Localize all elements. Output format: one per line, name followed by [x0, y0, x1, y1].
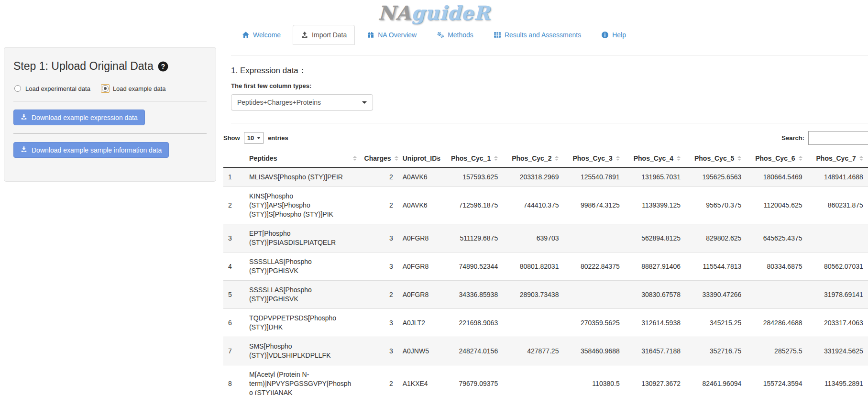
step1-panel: Step 1: Upload Original Data ? Load expe… [4, 47, 216, 182]
table-row: 7SMS[Phospho (STY)]VDLSHIPLKDPLLFK3A0JNW… [223, 337, 868, 365]
column-header-phos_cyc_4[interactable]: Phos_Cyc_4 [625, 150, 685, 167]
sort-icon [494, 156, 498, 161]
column-header-uniprot_ids[interactable]: Uniprot_IDs [398, 150, 442, 167]
phos-cyc-value-cell: 998674.3125 [563, 187, 624, 224]
phos-cyc-value-cell: 645625.4375 [746, 224, 807, 252]
download-example-expression-data-button[interactable]: Download example expression data [13, 110, 145, 125]
phos-cyc-value-cell: 829802.625 [685, 224, 746, 252]
phos-cyc-value-cell [503, 365, 563, 395]
column-header-phos_cyc_6[interactable]: Phos_Cyc_6 [746, 150, 807, 167]
radio-circle-icon [14, 85, 21, 92]
step1-title-text: Step 1: Upload Original Data [13, 60, 154, 73]
column-header-phos_cyc_3[interactable]: Phos_Cyc_3 [563, 150, 624, 167]
column-types-selected-value: Peptides+Charges+Proteins [237, 99, 321, 106]
tab-label: NA Overview [378, 31, 417, 39]
phos-cyc-value-cell: 125540.7891 [563, 167, 624, 187]
column-header-phos_cyc_2[interactable]: Phos_Cyc_2 [503, 150, 563, 167]
column-header-phos_cyc_5[interactable]: Phos_Cyc_5 [685, 150, 746, 167]
peptide-cell: SMS[Phospho (STY)]VDLSHIPLKDPLLFK [244, 337, 360, 365]
tab-import-data[interactable]: Import Data [293, 25, 355, 45]
peptide-cell: KINS[Phospho (STY)]APS[Phospho (STY)]S[P… [244, 187, 360, 224]
column-header-peptides[interactable]: Peptides [244, 150, 360, 167]
column-header-label: Phos_Cyc_1 [451, 154, 491, 162]
phos-cyc-value-cell: 312614.5938 [625, 309, 685, 337]
page-length-control: Show 10 entries [223, 132, 288, 144]
phos-cyc-value-cell: 34336.85938 [442, 281, 503, 309]
charges-cell: 2 [360, 365, 398, 395]
tab-help[interactable]: Help [593, 25, 634, 45]
tab-results-and-assessments[interactable]: Results and Assessments [485, 25, 589, 45]
tab-label: Import Data [312, 31, 347, 39]
divider [231, 55, 868, 55]
table-row: 1MLISAVS[Phospho (STY)]PEIR2A0AVK6157593… [223, 167, 868, 187]
logo-text-guider: guideR [411, 1, 490, 24]
sort-icon [435, 156, 439, 161]
sort-icon [555, 156, 559, 161]
radio-load-experimental-data[interactable]: Load experimental data [13, 84, 90, 93]
question-circle-icon[interactable]: ? [158, 61, 168, 72]
phos-cyc-value-cell: 28903.73438 [503, 281, 563, 309]
phos-cyc-value-cell: 203318.2969 [503, 167, 563, 187]
column-types-select[interactable]: Peptides+Charges+Proteins [231, 94, 373, 110]
peptide-cell: SSSSLLAS[Phospho (STY)]PGHISVK [244, 252, 360, 281]
phos-cyc-value-cell: 1120045.625 [746, 187, 807, 224]
uniprot-id-cell: A0FGR8 [398, 252, 442, 281]
button-label: Download example expression data [32, 114, 138, 121]
phos-cyc-value-cell [503, 309, 563, 337]
phos-cyc-value-cell: 80334.6875 [746, 252, 807, 281]
row-number-cell: 5 [223, 281, 244, 309]
show-label: Show [223, 134, 240, 142]
row-number-cell: 4 [223, 252, 244, 281]
page-length-value: 10 [247, 134, 254, 142]
search-label: Search: [781, 134, 804, 142]
column-header-charges[interactable]: Charges [360, 150, 398, 167]
radio-label: Load example data [113, 85, 166, 92]
radio-load-example-data[interactable]: Load example data [101, 84, 166, 93]
uniprot-id-cell: A0FGR8 [398, 224, 442, 252]
phos-cyc-value-cell: 221698.9063 [442, 309, 503, 337]
tab-label: Help [612, 31, 626, 39]
tab-na-overview[interactable]: NA Overview [359, 25, 425, 45]
phos-cyc-value-cell: 284286.4688 [746, 309, 807, 337]
phos-cyc-value-cell: 82461.96094 [685, 365, 746, 395]
phos-cyc-value-cell: 180664.5469 [746, 167, 807, 187]
page-length-select[interactable]: 10 [244, 132, 264, 144]
binoculars-icon [367, 31, 374, 39]
download-example-sample-information-data-button[interactable]: Download example sample information data [13, 142, 169, 158]
search-input[interactable] [808, 131, 868, 145]
row-number-cell: 1 [223, 167, 244, 187]
phos-cyc-value-cell: 248274.0156 [442, 337, 503, 365]
tab-welcome[interactable]: Welcome [234, 25, 289, 45]
svg-text:?: ? [161, 62, 165, 70]
phos-cyc-value-cell: 285275.5 [746, 337, 807, 365]
phos-cyc-value-cell: 30830.67578 [625, 281, 685, 309]
expression-data-title: 1. Expression data： [231, 65, 868, 76]
table-icon [494, 31, 501, 39]
column-header-label: Phos_Cyc_2 [512, 154, 551, 162]
phos-cyc-value-cell: 110380.5 [563, 365, 624, 395]
tab-methods[interactable]: Methods [429, 25, 482, 45]
data-source-radio-group: Load experimental data Load example data [13, 84, 207, 93]
chevron-down-icon [362, 101, 367, 104]
column-header-phos_cyc_7[interactable]: Phos_Cyc_7 [807, 150, 868, 167]
uniprot-id-cell: A0JLT2 [398, 309, 442, 337]
datatable-controls: Show 10 entries Search: [223, 131, 868, 145]
charges-cell: 3 [360, 224, 398, 252]
radio-circle-icon [102, 85, 109, 92]
phos-cyc-value-cell [563, 281, 624, 309]
sort-icon [737, 156, 741, 161]
table-row: 6TQDPVPPETPSDS[Phospho (STY)]DHK3A0JLT22… [223, 309, 868, 337]
phos-cyc-value-cell: 155724.3594 [746, 365, 807, 395]
home-icon [242, 31, 250, 39]
expression-data-table: PeptidesChargesUniprot_IDsPhos_Cyc_1Phos… [223, 150, 868, 395]
phos-cyc-value-cell: 79679.09375 [442, 365, 503, 395]
column-header-phos_cyc_1[interactable]: Phos_Cyc_1 [442, 150, 503, 167]
phos-cyc-value-cell: 203317.4063 [807, 309, 868, 337]
step1-title: Step 1: Upload Original Data ? [13, 60, 207, 73]
app-logo: NAguideR [0, 0, 868, 24]
import-data-tab-content: 1. Expression data： The first few column… [223, 47, 868, 395]
row-number-cell: 3 [223, 224, 244, 252]
phos-cyc-value-cell: 270359.5625 [563, 309, 624, 337]
phos-cyc-value-cell [807, 224, 868, 252]
phos-cyc-value-cell: 131965.7031 [625, 167, 685, 187]
